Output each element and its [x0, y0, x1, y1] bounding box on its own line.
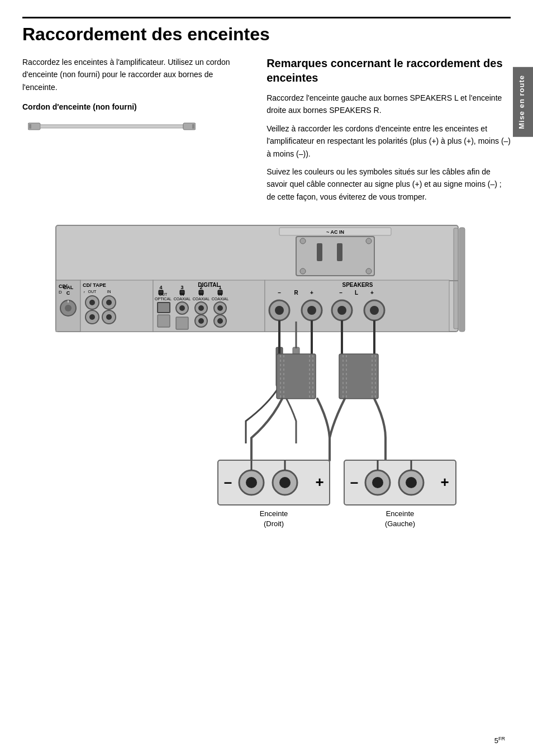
right-para3: Suivez les couleurs ou les symboles situ…: [266, 166, 511, 203]
cable-subtitle: Cordon d'enceinte (non fourni): [22, 102, 244, 111]
svg-point-21: [65, 305, 72, 311]
svg-text:(Droit): (Droit): [264, 519, 284, 528]
svg-point-36: [106, 314, 112, 320]
svg-text:+: +: [310, 290, 313, 296]
svg-text:+: +: [440, 474, 449, 490]
page-number: 5FR: [494, 736, 505, 745]
svg-text:–: –: [350, 474, 358, 490]
content-top: Raccordez les enceintes à l'amplificateu…: [22, 56, 511, 209]
cable-illustration: [28, 118, 244, 135]
svg-point-85: [370, 306, 379, 315]
svg-point-59: [198, 305, 204, 311]
intro-text: Raccordez les enceintes à l'amplificateu…: [22, 56, 244, 93]
svg-text:1: 1: [218, 285, 221, 290]
svg-text:IN: IN: [107, 290, 111, 294]
svg-text:COAXIAL: COAXIAL: [212, 297, 229, 301]
svg-text:L: L: [355, 290, 358, 296]
svg-text:~ AC IN: ~ AC IN: [326, 229, 344, 235]
svg-point-30: [89, 300, 95, 305]
svg-text:+: +: [315, 474, 323, 490]
svg-text:CD/: CD/: [59, 284, 68, 289]
svg-point-81: [307, 306, 316, 315]
svg-point-79: [275, 306, 284, 315]
svg-rect-2: [40, 125, 183, 128]
svg-text:D: D: [59, 290, 62, 295]
svg-point-120: [406, 477, 417, 488]
page-container: Mise en route Raccordement des enceintes…: [0, 0, 533, 756]
svg-rect-126: [459, 228, 465, 332]
svg-text:3: 3: [180, 285, 183, 290]
svg-point-83: [337, 306, 346, 315]
svg-text:2: 2: [199, 285, 202, 290]
diagram-area: ~ AC IN CAL C CD/ D: [22, 220, 511, 600]
svg-text:OUT: OUT: [88, 290, 97, 294]
svg-text:COAXIAL: COAXIAL: [193, 297, 210, 301]
svg-point-118: [372, 477, 383, 488]
svg-point-34: [89, 314, 95, 320]
svg-rect-45: [158, 303, 170, 313]
svg-point-109: [279, 477, 291, 488]
right-para2: Veillez à raccorder les cordons d'encein…: [266, 122, 511, 160]
right-col-title: Remarques concernant le raccordement des…: [266, 56, 511, 85]
svg-text:–: –: [278, 290, 281, 296]
svg-point-107: [246, 477, 257, 488]
col-left: Raccordez les enceintes à l'amplificateu…: [22, 56, 244, 209]
right-para1: Raccordez l'enceinte gauche aux bornes S…: [266, 92, 511, 117]
svg-text:(Gauche): (Gauche): [385, 519, 415, 528]
page-title: Raccordement des enceintes: [22, 17, 511, 45]
svg-text:r: r: [84, 290, 85, 294]
svg-point-32: [106, 300, 112, 305]
svg-rect-1: [29, 124, 31, 129]
svg-rect-53: [176, 317, 188, 329]
svg-rect-4: [192, 124, 194, 129]
svg-text:OUT: OUT: [159, 292, 168, 296]
svg-rect-10: [317, 243, 322, 261]
svg-text:OPTICAL: OPTICAL: [155, 297, 172, 301]
svg-point-14: [300, 268, 306, 274]
svg-text:+: +: [370, 290, 374, 296]
svg-point-67: [217, 305, 223, 311]
svg-text:TAPE: TAPE: [93, 282, 106, 288]
svg-point-52: [179, 305, 185, 311]
svg-text:–: –: [339, 290, 342, 296]
svg-text:IN: IN: [180, 292, 184, 296]
svg-text:SPEAKERS: SPEAKERS: [342, 282, 373, 288]
svg-text:COAXIAL: COAXIAL: [174, 297, 191, 301]
svg-point-61: [198, 318, 204, 324]
svg-text:–: –: [224, 474, 232, 490]
svg-text:CD/: CD/: [83, 282, 92, 288]
svg-text:C: C: [66, 290, 70, 296]
svg-text:IN: IN: [199, 292, 203, 296]
svg-text:IN: IN: [218, 292, 222, 296]
svg-rect-46: [158, 315, 170, 327]
svg-rect-9: [296, 237, 374, 276]
cable-svg: [28, 118, 196, 135]
side-tab: Mise en route: [513, 67, 533, 137]
svg-text:Enceinte: Enceinte: [386, 509, 415, 518]
svg-point-69: [217, 318, 223, 324]
svg-rect-6: [454, 228, 458, 329]
svg-point-13: [366, 238, 372, 244]
svg-text:4: 4: [159, 285, 162, 290]
svg-text:Enceinte: Enceinte: [260, 509, 288, 518]
col-right: Remarques concernant le raccordement des…: [266, 56, 511, 209]
svg-point-12: [300, 238, 306, 244]
full-diagram-svg: ~ AC IN CAL C CD/ D: [22, 220, 514, 600]
svg-point-15: [366, 268, 372, 274]
svg-text:R: R: [294, 290, 298, 296]
svg-rect-11: [337, 243, 342, 261]
